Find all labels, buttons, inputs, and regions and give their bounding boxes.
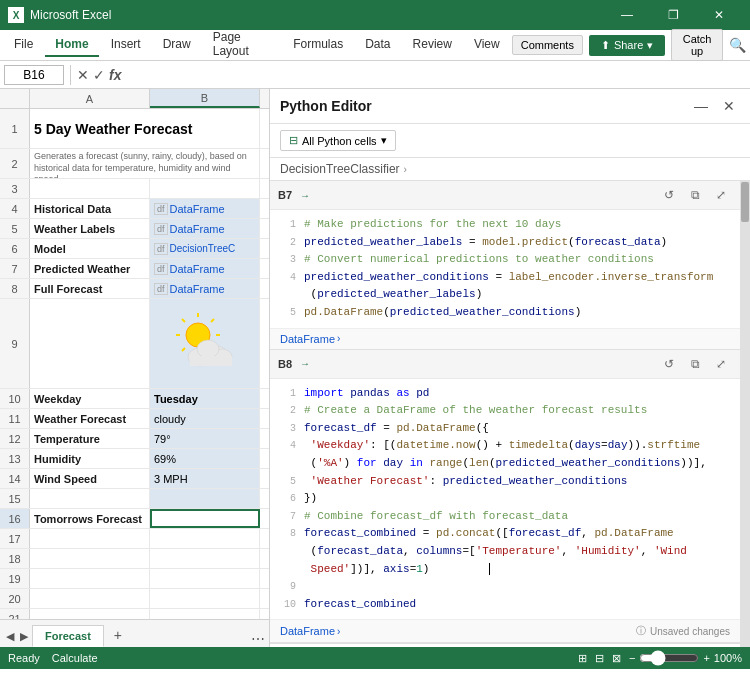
function-icon[interactable]: fx bbox=[109, 67, 121, 83]
cell-12b[interactable]: 79° bbox=[150, 429, 260, 448]
row-num-21: 21 bbox=[0, 609, 30, 619]
tab-draw[interactable]: Draw bbox=[153, 33, 201, 57]
page-break-icon[interactable]: ⊠ bbox=[612, 652, 621, 665]
cell-16b[interactable] bbox=[150, 509, 260, 528]
expand-button-b8[interactable]: ⤢ bbox=[710, 354, 732, 374]
cell-15b[interactable] bbox=[150, 489, 260, 508]
cell-20b[interactable] bbox=[150, 589, 260, 608]
cell-2a[interactable]: Generates a forecast (sunny, rainy, clou… bbox=[30, 149, 260, 178]
cell-7b[interactable]: dfDataFrame bbox=[150, 259, 260, 278]
all-python-cells-filter[interactable]: ⊟ All Python cells ▾ bbox=[280, 130, 396, 151]
cell-5a[interactable]: Weather Labels bbox=[30, 219, 150, 238]
tab-home[interactable]: Home bbox=[45, 33, 98, 57]
page-layout-icon[interactable]: ⊟ bbox=[595, 652, 604, 665]
python-editor: Python Editor — ✕ ⊟ All Python cells ▾ D… bbox=[270, 89, 750, 647]
cell-1a[interactable]: 5 Day Weather Forecast bbox=[30, 109, 260, 148]
cell-17a[interactable] bbox=[30, 529, 150, 548]
col-header-b[interactable]: B bbox=[150, 89, 260, 108]
cell-12a[interactable]: Temperature bbox=[30, 429, 150, 448]
cell-16a[interactable]: Tomorrows Forecast bbox=[30, 509, 150, 528]
undo-button-b8[interactable]: ↺ bbox=[658, 354, 680, 374]
expand-button-b7[interactable]: ⤢ bbox=[710, 185, 732, 205]
tab-view[interactable]: View bbox=[464, 33, 510, 57]
cell-b7-output-link[interactable]: DataFrame › bbox=[280, 333, 340, 345]
cell-b8-output-link[interactable]: DataFrame › bbox=[280, 625, 340, 637]
cell-9a[interactable] bbox=[30, 299, 150, 388]
cell-20a[interactable] bbox=[30, 589, 150, 608]
cell-b8-run-link[interactable]: → bbox=[300, 358, 310, 369]
cross-icon[interactable]: ✕ bbox=[77, 67, 89, 83]
scroll-thumb[interactable] bbox=[741, 182, 749, 222]
zoom-slider[interactable] bbox=[639, 650, 699, 666]
col-header-a[interactable]: A bbox=[30, 89, 150, 108]
cell-19b[interactable] bbox=[150, 569, 260, 588]
cell-3a[interactable] bbox=[30, 179, 150, 198]
tab-review[interactable]: Review bbox=[403, 33, 462, 57]
cell-17b[interactable] bbox=[150, 529, 260, 548]
code-line: 1# Make predictions for the next 10 days bbox=[280, 216, 730, 234]
code-cell-b8-content[interactable]: 1import pandas as pd 2# Create a DataFra… bbox=[270, 379, 740, 620]
cell-8b[interactable]: dfDataFrame bbox=[150, 279, 260, 298]
editor-minimize-button[interactable]: — bbox=[690, 95, 712, 117]
cell-8a[interactable]: Full Forecast bbox=[30, 279, 150, 298]
cell-6a[interactable]: Model bbox=[30, 239, 150, 258]
cell-reference-box[interactable]: B16 bbox=[4, 65, 64, 85]
tab-insert[interactable]: Insert bbox=[101, 33, 151, 57]
cell-19a[interactable] bbox=[30, 569, 150, 588]
code-line: ('%A') for day in range(len(predicted_we… bbox=[280, 455, 730, 473]
cell-b7-run-link[interactable]: → bbox=[300, 190, 310, 201]
normal-view-icon[interactable]: ⊞ bbox=[578, 652, 587, 665]
cell-14a[interactable]: Wind Speed bbox=[30, 469, 150, 488]
cell-4a[interactable]: Historical Data bbox=[30, 199, 150, 218]
cell-21a[interactable] bbox=[30, 609, 150, 619]
cell-9b-weather-icon[interactable] bbox=[150, 299, 260, 388]
cell-11a[interactable]: Weather Forecast bbox=[30, 409, 150, 428]
breadcrumb[interactable]: DecisionTreeClassifier › bbox=[280, 162, 740, 176]
zoom-plus[interactable]: + bbox=[703, 652, 709, 664]
sheet-nav-right: ⋯ bbox=[251, 631, 269, 647]
cell-3b[interactable] bbox=[150, 179, 260, 198]
zoom-minus[interactable]: − bbox=[629, 652, 635, 664]
sheet-tab-forecast[interactable]: Forecast bbox=[32, 625, 104, 647]
cell-13a[interactable]: Humidity bbox=[30, 449, 150, 468]
cell-10b[interactable]: Tuesday bbox=[150, 389, 260, 408]
editor-close-button[interactable]: ✕ bbox=[718, 95, 740, 117]
cell-14b[interactable]: 3 MPH bbox=[150, 469, 260, 488]
cell-18a[interactable] bbox=[30, 549, 150, 568]
catch-up-button[interactable]: Catch up bbox=[671, 29, 723, 61]
tab-data[interactable]: Data bbox=[355, 33, 400, 57]
cell-11b[interactable]: cloudy bbox=[150, 409, 260, 428]
editor-title: Python Editor bbox=[280, 98, 372, 114]
add-sheet-button[interactable]: + bbox=[106, 623, 130, 647]
comments-button[interactable]: Comments bbox=[512, 35, 583, 55]
cell-15a[interactable] bbox=[30, 489, 150, 508]
editor-scrollbar[interactable] bbox=[740, 181, 750, 647]
check-icon[interactable]: ✓ bbox=[93, 67, 105, 83]
cell-5b[interactable]: dfDataFrame bbox=[150, 219, 260, 238]
search-button[interactable]: 🔍 bbox=[729, 34, 746, 56]
ribbon-tabs: File Home Insert Draw Page Layout Formul… bbox=[0, 30, 750, 60]
formula-input[interactable] bbox=[125, 66, 746, 84]
restore-button[interactable]: ❐ bbox=[650, 0, 696, 30]
cell-6b[interactable]: dfDecisionTreeC bbox=[150, 239, 260, 258]
close-button[interactable]: ✕ bbox=[696, 0, 742, 30]
cell-7a[interactable]: Predicted Weather bbox=[30, 259, 150, 278]
nav-prev[interactable]: ◀ bbox=[4, 628, 16, 645]
cell-4b[interactable]: dfDataFrame bbox=[150, 199, 260, 218]
tab-formulas[interactable]: Formulas bbox=[283, 33, 353, 57]
tab-page-layout[interactable]: Page Layout bbox=[203, 26, 281, 64]
minimize-button[interactable]: — bbox=[604, 0, 650, 30]
tab-file[interactable]: File bbox=[4, 33, 43, 57]
copy-button-b7[interactable]: ⧉ bbox=[684, 185, 706, 205]
add-python-cell-bar[interactable]: + Add Python cell in B16 bbox=[270, 643, 740, 647]
share-button[interactable]: ⬆ Share ▾ bbox=[589, 35, 665, 56]
cell-18b[interactable] bbox=[150, 549, 260, 568]
code-cell-b7-content[interactable]: 1# Make predictions for the next 10 days… bbox=[270, 210, 740, 328]
undo-button-b7[interactable]: ↺ bbox=[658, 185, 680, 205]
sheet-options[interactable]: ⋯ bbox=[251, 631, 265, 647]
cell-21b[interactable] bbox=[150, 609, 260, 619]
cell-10a[interactable]: Weekday bbox=[30, 389, 150, 408]
copy-button-b8[interactable]: ⧉ bbox=[684, 354, 706, 374]
nav-next[interactable]: ▶ bbox=[18, 628, 30, 645]
cell-13b[interactable]: 69% bbox=[150, 449, 260, 468]
